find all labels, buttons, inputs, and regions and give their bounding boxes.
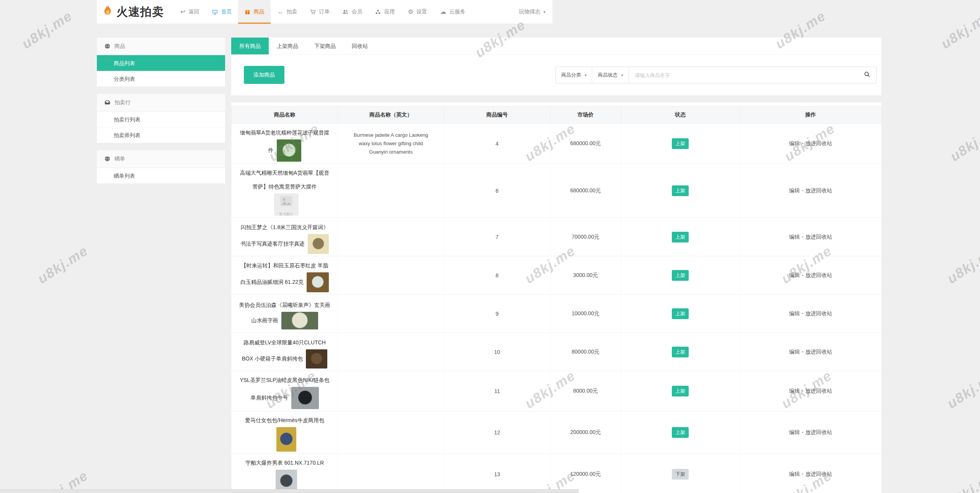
edit-link[interactable]: 编辑 bbox=[789, 429, 800, 435]
nav-item-cloud[interactable]: ☁云服务 bbox=[434, 0, 472, 24]
recycle-link[interactable]: 放进回收站 bbox=[805, 349, 832, 355]
column-header: 操作 bbox=[740, 106, 882, 124]
status-badge: 上架 bbox=[672, 308, 689, 319]
edit-link[interactable]: 编辑 bbox=[789, 187, 800, 193]
tab-off-sale[interactable]: 下架商品 bbox=[306, 38, 344, 54]
recycle-link[interactable]: 放进回收站 bbox=[805, 310, 832, 316]
top-navbar: 火速拍卖 ↩返回首页商品↔拍卖订单会员应用⚙设置☁云服务 玩物得志 ▾ bbox=[97, 0, 552, 24]
nav-item-auction[interactable]: ↔拍卖 bbox=[271, 0, 304, 24]
product-name: 宇舶大爆炸男表 601.NX.7170.LR bbox=[232, 454, 337, 493]
sidebar-item-auctioneer-list[interactable]: 拍卖师列表 bbox=[97, 127, 225, 143]
globe-icon bbox=[105, 156, 110, 162]
nav-item-members[interactable]: 会员 bbox=[336, 0, 369, 24]
table-row: 【时来运转】和田玉原石枣红皮 羊脂白玉精品油腻细润 61.22克83000.00… bbox=[232, 256, 882, 295]
column-header: 状态 bbox=[621, 106, 740, 124]
watermark-text: u8kj.me bbox=[938, 8, 980, 52]
edit-link[interactable]: 编辑 bbox=[789, 388, 800, 394]
nav-item-back[interactable]: ↩返回 bbox=[174, 0, 206, 24]
brand-logo[interactable]: 火速拍卖 bbox=[97, 0, 174, 24]
category-filter-dropdown[interactable]: 商品分类 ▾ bbox=[556, 67, 593, 83]
search-button[interactable] bbox=[858, 67, 876, 83]
product-name: 【时来运转】和田玉原石枣红皮 羊脂白玉精品油腻细润 61.22克 bbox=[232, 257, 337, 294]
sidebar-item-category-list[interactable]: 分类列表 bbox=[97, 71, 225, 87]
row-actions: 编辑-放进回收站 bbox=[740, 454, 882, 493]
product-sn: 12 bbox=[444, 411, 550, 454]
product-name: 爱马仕女包包/Hermès牛皮两用包 bbox=[232, 412, 337, 453]
sidebar-item-goods-list[interactable]: 商品列表 bbox=[97, 55, 225, 71]
product-image[interactable] bbox=[308, 234, 329, 254]
market-price: 200000.00元 bbox=[550, 411, 621, 454]
product-image[interactable] bbox=[277, 139, 301, 162]
edit-link[interactable]: 编辑 bbox=[789, 234, 800, 240]
tab-on-sale[interactable]: 上架商品 bbox=[269, 38, 306, 54]
reply-icon: ↩ bbox=[180, 9, 185, 15]
recycle-link[interactable]: 放进回收站 bbox=[805, 429, 832, 435]
sidebar-item-share-order-list[interactable]: 晒单列表 bbox=[97, 168, 225, 183]
market-price: 80000.00元 bbox=[550, 333, 621, 371]
table-row: YSL圣罗兰SLP油蜡皮黑色NIKI链条包单肩斜挎包中号118000.00元上架… bbox=[232, 371, 882, 411]
edit-link[interactable]: 编辑 bbox=[789, 272, 800, 278]
nav-item-goods[interactable]: 商品 bbox=[238, 0, 271, 24]
product-image[interactable] bbox=[281, 312, 318, 329]
sidebar-section: 晒单晒单列表 bbox=[97, 150, 225, 183]
sidebar: 商品商品列表分类列表拍卖行拍卖行列表拍卖师列表晒单晒单列表 bbox=[97, 38, 225, 191]
sidebar-section-header: 晒单 bbox=[97, 150, 225, 168]
edit-link[interactable]: 编辑 bbox=[789, 310, 800, 316]
sidebar-item-auction-house-list[interactable]: 拍卖行列表 bbox=[97, 111, 225, 127]
tab-all[interactable]: 所有商品 bbox=[231, 38, 269, 54]
product-sn: 8 bbox=[444, 256, 550, 295]
product-sn: 10 bbox=[444, 333, 550, 371]
user-menu[interactable]: 玩物得志 ▾ bbox=[512, 0, 552, 24]
recycle-link[interactable]: 放进回收站 bbox=[805, 187, 832, 193]
status-badge: 下架 bbox=[672, 469, 689, 480]
toolbar-panel: 添加商品 商品分类 ▾ 商品状态 ▾ bbox=[231, 55, 881, 95]
recycle-link[interactable]: 放进回收站 bbox=[805, 471, 832, 477]
column-header: 市场价 bbox=[550, 106, 621, 124]
nav-item-home[interactable]: 首页 bbox=[206, 0, 238, 24]
row-actions: 编辑-放进回收站 bbox=[740, 256, 882, 295]
market-price: 70000.00元 bbox=[550, 218, 621, 256]
column-header: 商品编号 bbox=[444, 106, 550, 124]
product-image[interactable] bbox=[306, 349, 327, 369]
browser-status-bar bbox=[0, 489, 579, 493]
edit-link[interactable]: 编辑 bbox=[789, 140, 800, 146]
search-icon bbox=[864, 71, 870, 79]
product-sn: 9 bbox=[444, 295, 550, 333]
row-actions: 编辑-放进回收站 bbox=[740, 295, 882, 333]
table-row: 路易威登LV全球限量40只CLUTCH BOX 小硬箱子单肩斜挎包1080000… bbox=[232, 333, 882, 371]
product-sn: 7 bbox=[444, 218, 550, 256]
product-image[interactable] bbox=[291, 387, 319, 409]
watermark-text: u8kj.me bbox=[35, 242, 91, 287]
nav-item-apps[interactable]: 应用 bbox=[369, 0, 401, 24]
globe-icon bbox=[105, 43, 110, 49]
table-row: 高端大气精雕天然缅甸A货翡翠【观音菩萨】特色寓意菩萨大摆件暂无图片6680000… bbox=[232, 164, 882, 218]
row-actions: 编辑-放进回收站 bbox=[740, 371, 882, 411]
nav-item-orders[interactable]: 订单 bbox=[304, 0, 336, 24]
recycle-link[interactable]: 放进回收站 bbox=[805, 234, 832, 240]
table-row: 美协会员伍泊森《晨曦听泉声》玄关画 山水画字画910000.00元上架编辑-放进… bbox=[232, 295, 882, 333]
tab-recycle[interactable]: 回收站 bbox=[344, 38, 376, 54]
flame-icon bbox=[102, 5, 114, 19]
row-actions: 编辑-放进回收站 bbox=[740, 164, 882, 218]
search-input[interactable] bbox=[629, 67, 858, 83]
add-goods-button[interactable]: 添加商品 bbox=[244, 66, 284, 84]
watermark-text: u8kj.me bbox=[944, 242, 980, 287]
status-filter-dropdown[interactable]: 商品状态 ▾ bbox=[592, 67, 629, 83]
recycle-link[interactable]: 放进回收站 bbox=[805, 388, 832, 394]
status-badge: 上架 bbox=[672, 427, 689, 438]
edit-link[interactable]: 编辑 bbox=[789, 471, 800, 477]
recycle-link[interactable]: 放进回收站 bbox=[805, 140, 832, 146]
chevron-down-icon: ▾ bbox=[543, 10, 546, 15]
sidebar-section-header: 商品 bbox=[97, 38, 225, 55]
nav-item-settings[interactable]: ⚙设置 bbox=[401, 0, 433, 24]
goods-table-card: 商品名称商品名称（英文）商品编号市场价状态操作 缅甸翡翠A货老坑糯种莲花送子观音… bbox=[231, 102, 881, 493]
users-icon bbox=[343, 9, 348, 15]
no-image-placeholder: 暂无图片 bbox=[274, 193, 299, 216]
product-image[interactable] bbox=[276, 427, 296, 452]
product-image[interactable] bbox=[307, 272, 329, 292]
product-name: YSL圣罗兰SLP油蜡皮黑色NIKI链条包单肩斜挎包中号 bbox=[232, 372, 337, 411]
recycle-link[interactable]: 放进回收站 bbox=[805, 272, 832, 278]
table-row: 爱马仕女包包/Hermès牛皮两用包12200000.00元上架编辑-放进回收站 bbox=[232, 411, 882, 454]
column-header: 商品名称 bbox=[232, 106, 338, 124]
edit-link[interactable]: 编辑 bbox=[789, 349, 800, 355]
